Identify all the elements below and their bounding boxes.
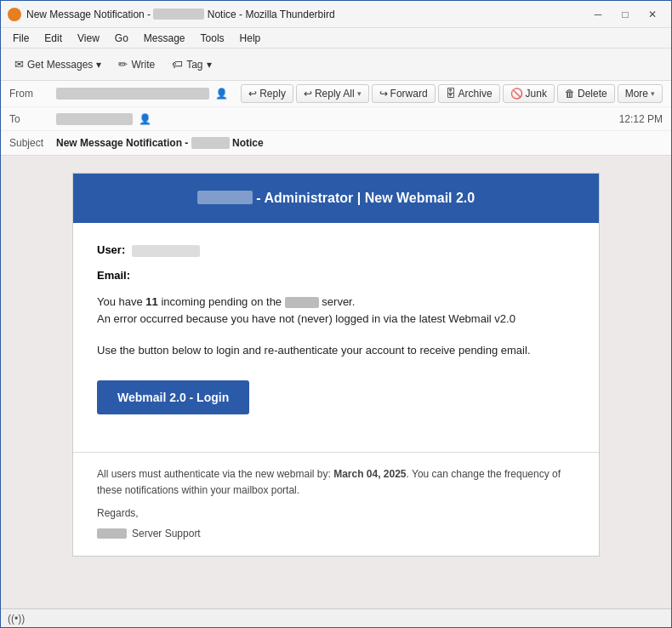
message-paragraph-2: Use the button below to login and re-aut… — [97, 342, 575, 360]
forward-icon: ↪ — [379, 88, 388, 100]
reply-all-dropdown-icon: ▾ — [357, 89, 362, 98]
subject-row: Subject New Message Notification - Notic… — [1, 131, 671, 155]
connectivity-icon: ((•)) — [8, 613, 25, 625]
menu-bar: File Edit View Go Message Tools Help — [1, 28, 671, 49]
server-name-blurred — [285, 297, 319, 308]
from-row: From 👤 ↩ Reply ↩ Reply All ▾ ↪ Forward — [1, 81, 671, 107]
menu-message[interactable]: Message — [137, 31, 192, 46]
reply-button[interactable]: ↩ Reply — [241, 84, 293, 103]
close-button[interactable]: ✕ — [641, 6, 664, 23]
title-blurred — [153, 9, 204, 20]
menu-view[interactable]: View — [71, 31, 106, 46]
tag-icon: 🏷 — [172, 58, 183, 71]
login-button-container: Webmail 2.0 - Login — [97, 374, 575, 431]
support-text: Server Support — [97, 526, 575, 542]
email-actions: ↩ Reply ↩ Reply All ▾ ↪ Forward 🗄 Archiv… — [241, 84, 663, 103]
tag-button[interactable]: 🏷 Tag ▾ — [165, 54, 218, 74]
menu-file[interactable]: File — [6, 31, 36, 46]
menu-edit[interactable]: Edit — [37, 31, 69, 46]
to-label: To — [9, 113, 56, 125]
from-contact-icon: 👤 — [215, 88, 228, 100]
from-label: From — [9, 88, 56, 100]
user-field-row: User: — [97, 243, 575, 257]
webmail-login-button[interactable]: Webmail 2.0 - Login — [97, 380, 249, 414]
reply-all-button[interactable]: ↩ Reply All ▾ — [296, 84, 369, 103]
write-button[interactable]: ✏ Write — [111, 54, 162, 74]
minimize-button[interactable]: ─ — [586, 6, 610, 23]
email-field-row: Email: — [97, 269, 575, 282]
to-row: To 👤 12:12 PM — [1, 107, 671, 131]
junk-button[interactable]: 🚫 Junk — [503, 84, 555, 103]
from-value: 👤 — [56, 88, 241, 100]
app-icon — [8, 8, 21, 21]
delete-icon: 🗑 — [565, 88, 575, 100]
to-value: 👤 — [56, 113, 612, 125]
email-body: ■PT●COM - Administrator | New Webmail 2.… — [1, 156, 671, 608]
menu-tools[interactable]: Tools — [194, 31, 231, 46]
forward-button[interactable]: ↪ Forward — [372, 84, 436, 103]
toolbar: ✉ Get Messages ▾ ✏ Write 🏷 Tag ▾ — [1, 49, 671, 81]
archive-icon: 🗄 — [446, 88, 456, 100]
status-bar: ((•)) — [1, 608, 671, 627]
footer-date: March 04, 2025 — [333, 468, 406, 480]
header-blurred — [197, 191, 253, 204]
footer-text: All users must authenticate via the new … — [97, 466, 575, 499]
support-blurred — [97, 528, 127, 539]
reply-all-icon: ↩ — [304, 88, 312, 100]
email-content-body: User: Email: You have 11 incoming pendin… — [73, 223, 599, 452]
message-paragraph-1: You have 11 incoming pending on the serv… — [97, 294, 575, 329]
window-title: New Message Notification - Notice - Mozi… — [26, 9, 586, 20]
message-count: 11 — [145, 295, 157, 308]
reply-icon: ↩ — [248, 88, 257, 100]
write-icon: ✏ — [118, 58, 128, 71]
to-address-blurred — [56, 113, 133, 125]
email-header: From 👤 ↩ Reply ↩ Reply All ▾ ↪ Forward — [1, 81, 671, 156]
archive-button[interactable]: 🗄 Archive — [438, 84, 500, 103]
email-label: Email: — [97, 269, 130, 282]
title-bar: New Message Notification - Notice - Mozi… — [1, 1, 671, 28]
from-address-blurred — [56, 88, 209, 100]
subject-blurred — [191, 137, 230, 149]
get-messages-dropdown-icon: ▾ — [96, 59, 101, 71]
subject-label: Subject — [9, 137, 56, 149]
user-label: User: — [97, 243, 125, 256]
email-content: - Administrator | New Webmail 2.0 User: … — [72, 173, 600, 557]
window-controls: ─ □ ✕ — [586, 6, 664, 23]
more-dropdown-icon: ▾ — [651, 89, 655, 98]
user-value-blurred — [132, 245, 200, 257]
maximize-button[interactable]: □ — [613, 6, 637, 23]
subject-value: New Message Notification - Notice — [56, 137, 663, 149]
more-button[interactable]: More ▾ — [618, 84, 663, 103]
main-window: New Message Notification - Notice - Mozi… — [0, 0, 672, 628]
get-messages-icon: ✉ — [14, 58, 24, 71]
menu-help[interactable]: Help — [233, 31, 268, 46]
email-timestamp: 12:12 PM — [619, 113, 663, 125]
junk-icon: 🚫 — [510, 88, 523, 100]
menu-go[interactable]: Go — [108, 31, 135, 46]
to-contact-icon: 👤 — [139, 113, 151, 125]
email-content-header: - Administrator | New Webmail 2.0 — [73, 174, 599, 223]
regards-text: Regards, — [97, 505, 575, 522]
delete-button[interactable]: 🗑 Delete — [557, 84, 615, 103]
tag-dropdown-icon: ▾ — [207, 59, 212, 71]
email-footer: All users must authenticate via the new … — [73, 452, 599, 556]
get-messages-button[interactable]: ✉ Get Messages ▾ — [8, 54, 108, 74]
